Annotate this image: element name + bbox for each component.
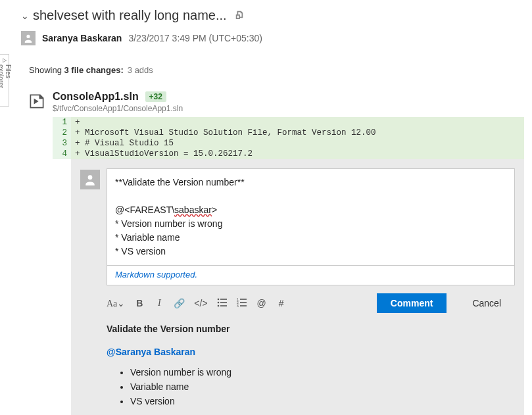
chevron-right-icon: ▷ <box>1 57 7 63</box>
text-style-dropdown[interactable]: Aa⌄ <box>107 298 125 309</box>
changes-summary: Showing 3 file changes:3 adds <box>21 57 524 91</box>
svg-rect-7 <box>240 299 247 300</box>
file-name[interactable]: ConsoleApp1.sln <box>53 91 139 102</box>
comment-preview: Validate the Version number @Saranya Bas… <box>107 322 515 408</box>
svg-rect-11 <box>240 305 247 306</box>
solution-file-icon <box>28 92 46 110</box>
user-avatar <box>21 31 36 45</box>
svg-rect-5 <box>220 305 227 306</box>
markdown-supported-link[interactable]: Markdown supported. <box>107 266 515 285</box>
commenter-avatar <box>80 170 100 189</box>
comment-button[interactable]: Comment <box>377 293 447 313</box>
svg-point-0 <box>217 298 219 300</box>
lines-added-badge: +32 <box>145 91 166 102</box>
side-tab-label: Files explorer <box>0 64 12 103</box>
italic-button[interactable]: I <box>154 298 164 308</box>
cancel-button[interactable]: Cancel <box>458 293 515 313</box>
comment-textarea[interactable]: **Validate the Version number** @<FAREAS… <box>107 168 515 266</box>
diff-view: 1+ 2+ Microsoft Visual Studio Solution F… <box>53 117 524 159</box>
svg-rect-3 <box>220 302 227 303</box>
link-button[interactable]: 🔗 <box>174 298 185 308</box>
chevron-down-icon[interactable]: ⌄ <box>21 11 29 21</box>
svg-rect-9 <box>240 302 247 303</box>
bold-button[interactable]: B <box>134 298 145 308</box>
formatting-toolbar: Aa⌄ B I 🔗 </> 123 @ # <box>107 298 287 309</box>
file-path: $/tfvc/ConsoleApp1/ConsoleApp1.sln <box>53 104 183 113</box>
mention-button[interactable]: @ <box>256 298 267 308</box>
workitem-button[interactable]: # <box>276 298 287 308</box>
svg-point-2 <box>217 301 219 303</box>
files-explorer-tab[interactable]: ▷ Files explorer <box>0 54 9 107</box>
copy-icon[interactable] <box>235 10 244 21</box>
svg-point-4 <box>217 305 219 306</box>
bullet-list-button[interactable] <box>217 298 228 309</box>
timestamp: 3/23/2017 3:49 PM (UTC+05:30) <box>128 33 262 43</box>
author-name[interactable]: Saranya Baskaran <box>42 33 122 43</box>
number-list-button[interactable]: 123 <box>237 298 247 309</box>
svg-rect-1 <box>220 299 227 300</box>
mention-link[interactable]: @Saranya Baskaran <box>107 345 515 359</box>
shelveset-title: shelveset with really long name... <box>33 8 227 23</box>
code-button[interactable]: </> <box>194 298 207 308</box>
svg-text:3: 3 <box>237 304 239 307</box>
